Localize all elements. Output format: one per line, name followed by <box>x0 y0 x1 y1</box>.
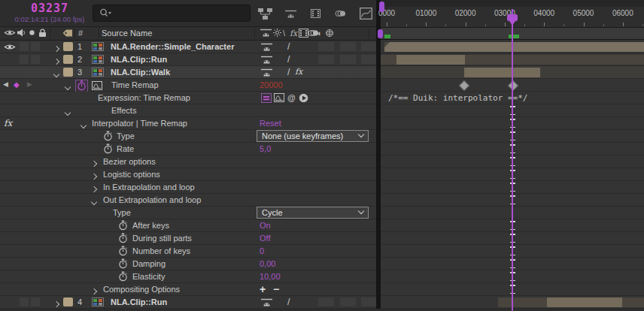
next-keyframe-button[interactable]: ▶ <box>27 80 32 88</box>
time-navigator-handle-workarea[interactable] <box>378 29 383 38</box>
video-visibility-toggle[interactable] <box>4 68 16 77</box>
quality-toggle[interactable]: / <box>287 67 290 77</box>
property-twirl[interactable] <box>92 159 99 166</box>
panel-divider[interactable] <box>376 0 381 311</box>
video-visibility-toggle[interactable] <box>4 43 16 51</box>
graph-set-icon[interactable] <box>92 81 104 90</box>
frame-blend-icon[interactable] <box>308 6 324 21</box>
quality-toggle[interactable]: / <box>287 54 290 65</box>
keyframe-diamond[interactable] <box>459 80 469 91</box>
solo-toggle-cell[interactable] <box>31 42 40 51</box>
marker-current-green[interactable] <box>509 35 519 38</box>
stopwatch-icon[interactable] <box>103 143 115 152</box>
switch-cell[interactable] <box>318 55 334 64</box>
add-remove-buttons[interactable]: + − <box>260 283 281 295</box>
audio-toggle-cell[interactable] <box>20 55 29 64</box>
quality-toggle[interactable]: / <box>287 297 290 307</box>
shy-toggle[interactable] <box>261 298 273 307</box>
stopwatch-icon[interactable] <box>103 131 115 140</box>
property-value[interactable]: 10,00 <box>260 272 281 281</box>
layer-twirl[interactable] <box>54 299 62 306</box>
switch-cell[interactable] <box>318 297 334 306</box>
stopwatch-icon[interactable] <box>118 233 130 242</box>
label-color-swatch[interactable] <box>63 42 73 51</box>
audio-toggle-cell[interactable] <box>20 42 29 51</box>
layer-twirl[interactable] <box>54 69 62 77</box>
current-time-display[interactable]: 03237 <box>8 2 92 15</box>
pick-whip-icon[interactable]: @ <box>287 93 299 102</box>
keyframe-diamond[interactable] <box>508 80 518 91</box>
property-value[interactable]: Off <box>260 234 270 243</box>
stopwatch-icon[interactable] <box>118 271 130 280</box>
current-time-indicator-handle[interactable] <box>507 14 518 21</box>
effects-active-toggle[interactable]: fx <box>295 67 302 77</box>
property-twirl[interactable] <box>65 82 73 89</box>
layer-twirl[interactable] <box>54 56 62 64</box>
property-twirl[interactable] <box>92 197 99 204</box>
layer-name[interactable]: NLA.Clip::Run <box>111 55 167 64</box>
solo-toggle-cell[interactable] <box>31 68 40 77</box>
stopwatch-icon[interactable] <box>118 258 130 267</box>
property-dropdown[interactable]: Cycle <box>257 207 369 219</box>
solo-toggle-cell[interactable] <box>31 297 40 306</box>
property-value[interactable]: 20000 <box>260 80 283 89</box>
switch-cell[interactable] <box>340 42 356 51</box>
previous-keyframe-button[interactable]: ◀ <box>3 80 8 88</box>
work-area-bar[interactable] <box>381 28 644 40</box>
switch-cell[interactable] <box>361 55 377 64</box>
layer-duration-bar[interactable] <box>547 297 622 307</box>
label-color-swatch[interactable] <box>63 68 73 77</box>
search-input[interactable] <box>93 5 251 22</box>
switch-cell[interactable] <box>361 42 377 51</box>
audio-toggle-cell[interactable] <box>20 297 29 306</box>
property-value[interactable]: 0,00 <box>260 259 275 268</box>
add-keyframe-diamond[interactable]: ◆ <box>14 80 20 89</box>
shy-icon[interactable] <box>282 6 298 21</box>
audio-toggle-cell[interactable] <box>20 68 29 77</box>
switch-cell[interactable] <box>340 297 356 306</box>
layer-duration-bar[interactable] <box>384 42 644 52</box>
shy-toggle[interactable] <box>261 43 273 52</box>
shy-toggle[interactable] <box>261 56 273 65</box>
mini-flowchart-icon[interactable] <box>257 6 273 21</box>
layer-name[interactable]: NLA.Clip::Run <box>111 297 167 306</box>
switch-cell[interactable] <box>318 68 334 77</box>
layer-duration-bar[interactable] <box>464 68 540 77</box>
stopwatch-icon[interactable] <box>75 80 87 89</box>
switch-cell[interactable] <box>340 55 356 64</box>
stopwatch-icon[interactable] <box>118 220 130 229</box>
motion-blur-icon[interactable] <box>333 6 348 21</box>
shy-toggle[interactable] <box>261 68 273 77</box>
expression-enable-icon[interactable] <box>261 93 273 102</box>
stopwatch-icon[interactable] <box>118 246 130 255</box>
video-visibility-toggle[interactable] <box>4 56 16 64</box>
column-source-name[interactable]: Source Name <box>102 29 152 38</box>
layer-duration-bar[interactable] <box>396 55 465 65</box>
marker-in-green[interactable] <box>384 35 390 38</box>
switch-cell[interactable] <box>318 42 334 51</box>
switch-cell[interactable] <box>361 68 377 77</box>
label-color-swatch[interactable] <box>63 55 73 64</box>
layer-name[interactable]: NLA.Render::Simple_Character <box>111 42 234 51</box>
property-twirl[interactable] <box>65 107 73 115</box>
property-dropdown[interactable]: None (use keyframes) <box>257 130 369 142</box>
property-twirl[interactable] <box>92 171 99 179</box>
property-value[interactable]: Reset <box>260 119 281 128</box>
time-navigator-handle-top[interactable] <box>379 2 384 12</box>
property-twirl[interactable] <box>92 286 99 294</box>
property-twirl[interactable] <box>81 120 89 128</box>
quality-toggle[interactable]: / <box>287 41 290 52</box>
solo-toggle-cell[interactable] <box>31 55 40 64</box>
label-color-swatch[interactable] <box>63 297 73 306</box>
expression-menu-icon[interactable] <box>299 93 311 102</box>
layer-twirl[interactable] <box>54 44 62 51</box>
layer-name[interactable]: NLA.Clip::Walk <box>111 68 170 77</box>
graph-set-icon[interactable] <box>274 93 286 102</box>
property-value[interactable]: 5,0 <box>260 144 271 153</box>
property-twirl[interactable] <box>92 184 99 192</box>
property-value[interactable]: On <box>260 221 271 230</box>
switch-cell[interactable] <box>340 68 356 77</box>
switch-cell[interactable] <box>361 297 377 306</box>
video-visibility-toggle[interactable] <box>4 298 16 306</box>
property-value[interactable]: 0 <box>260 246 264 255</box>
